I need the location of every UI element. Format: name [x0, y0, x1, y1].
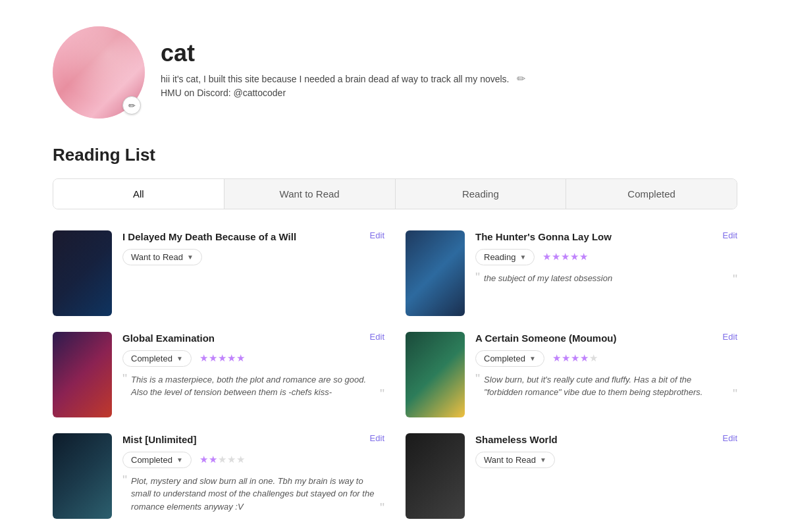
chevron-down-icon: ▼: [176, 456, 183, 464]
book-card: I Delayed My Death Because of a Will Edi…: [53, 230, 384, 316]
star-filled: ★: [209, 352, 217, 364]
book-card: Shameless World Edit Want to Read ▼: [406, 433, 737, 519]
star-filled: ★: [199, 454, 208, 466]
quote-text: Plot, mystery and slow burn all in one. …: [131, 475, 376, 514]
book-status-row: Want to Read ▼: [475, 452, 737, 468]
tabs-bar: All Want to Read Reading Completed: [53, 178, 737, 209]
books-grid: I Delayed My Death Because of a Will Edi…: [53, 230, 737, 519]
status-dropdown[interactable]: Reading ▼: [475, 249, 535, 265]
star-filled: ★: [552, 352, 561, 364]
star-rating: ★★★★★: [542, 251, 588, 263]
book-title: Global Examination: [122, 332, 365, 345]
bio-line2: HMU on Discord: @cattocoder: [161, 88, 286, 98]
book-title: Shameless World: [475, 433, 718, 446]
status-dropdown[interactable]: Want to Read ▼: [122, 249, 202, 265]
book-status-row: Completed ▼ ★★★★★: [122, 350, 384, 367]
edit-book-link[interactable]: Edit: [723, 332, 737, 342]
edit-book-link[interactable]: Edit: [370, 332, 384, 342]
book-status-row: Want to Read ▼: [122, 249, 384, 265]
quote-close-icon: ": [380, 387, 384, 400]
status-label: Reading: [484, 252, 515, 262]
quote-open-icon: ": [122, 473, 127, 487]
star-filled: ★: [570, 251, 579, 263]
book-quote: " the subject of my latest obsession ": [475, 272, 737, 285]
edit-book-link[interactable]: Edit: [370, 230, 384, 240]
star-filled: ★: [218, 352, 226, 364]
book-cover: [53, 230, 112, 316]
quote-close-icon: ": [733, 387, 737, 400]
quote-text: Slow burn, but it's really cute and fluf…: [484, 373, 729, 399]
status-label: Completed: [131, 354, 172, 363]
book-cover: [406, 332, 465, 417]
status-label: Completed: [484, 354, 525, 363]
chevron-down-icon: ▼: [187, 253, 194, 261]
edit-bio-button[interactable]: ✏: [517, 72, 525, 85]
tab-reading[interactable]: Reading: [396, 179, 567, 209]
cover-image: [406, 332, 465, 417]
star-empty: ★: [227, 454, 236, 466]
book-quote: " Plot, mystery and slow burn all in one…: [122, 475, 384, 514]
quote-open-icon: ": [122, 372, 127, 385]
star-empty: ★: [236, 454, 245, 466]
book-details: Shameless World Edit Want to Read ▼: [475, 433, 737, 468]
chevron-down-icon: ▼: [176, 355, 183, 362]
edit-book-link[interactable]: Edit: [370, 433, 384, 443]
star-filled: ★: [236, 352, 245, 364]
status-dropdown[interactable]: Completed ▼: [122, 350, 192, 367]
book-quote: " Slow burn, but it's really cute and fl…: [475, 373, 737, 399]
star-filled: ★: [552, 251, 560, 263]
book-card: The Hunter's Gonna Lay Low Edit Reading …: [406, 230, 737, 316]
tab-completed[interactable]: Completed: [566, 179, 737, 209]
star-filled: ★: [227, 352, 236, 364]
star-rating: ★★★★★: [552, 352, 598, 364]
book-header: Global Examination Edit: [122, 332, 384, 345]
quote-close-icon: ": [733, 273, 737, 286]
status-label: Want to Read: [484, 455, 536, 465]
book-header: Mist [Unlimited] Edit: [122, 433, 384, 446]
star-filled: ★: [579, 251, 588, 263]
book-card: A Certain Someone (Moumou) Edit Complete…: [406, 332, 737, 417]
edit-book-link[interactable]: Edit: [723, 230, 737, 240]
tab-want-to-read[interactable]: Want to Read: [224, 179, 396, 209]
book-cover: [53, 332, 112, 417]
book-title: The Hunter's Gonna Lay Low: [475, 230, 718, 244]
bio: hii it's cat, I built this site because …: [161, 72, 525, 100]
profile-section: ✏ cat hii it's cat, I built this site be…: [53, 16, 737, 119]
quote-text: This is a masterpiece, both the plot and…: [131, 373, 376, 399]
book-status-row: Reading ▼ ★★★★★: [475, 249, 737, 265]
star-rating: ★★★★★: [199, 352, 245, 364]
book-card: Mist [Unlimited] Edit Completed ▼ ★★★★★ …: [53, 433, 384, 519]
section-title: Reading List: [53, 145, 737, 165]
edit-book-link[interactable]: Edit: [723, 433, 737, 443]
quote-close-icon: ": [380, 501, 384, 514]
book-title: Mist [Unlimited]: [122, 433, 365, 446]
status-dropdown[interactable]: Completed ▼: [475, 350, 544, 367]
cover-image: [53, 230, 112, 316]
book-cover: [53, 433, 112, 519]
edit-avatar-button[interactable]: ✏: [122, 96, 141, 115]
book-quote: " This is a masterpiece, both the plot a…: [122, 373, 384, 399]
chevron-down-icon: ▼: [540, 456, 546, 464]
book-status-row: Completed ▼ ★★★★★: [475, 350, 737, 367]
status-dropdown[interactable]: Want to Read ▼: [475, 452, 555, 468]
status-dropdown[interactable]: Completed ▼: [122, 452, 192, 468]
tab-all[interactable]: All: [53, 179, 224, 209]
book-details: Global Examination Edit Completed ▼ ★★★★…: [122, 332, 384, 399]
chevron-down-icon: ▼: [519, 253, 526, 261]
cover-image: [406, 433, 465, 519]
star-filled: ★: [571, 352, 579, 364]
bio-line1: hii it's cat, I built this site because …: [161, 74, 510, 84]
star-filled: ★: [542, 251, 551, 263]
pencil-icon: ✏: [128, 101, 136, 111]
book-header: I Delayed My Death Because of a Will Edi…: [122, 230, 384, 244]
avatar-wrapper: ✏: [53, 26, 145, 119]
book-header: Shameless World Edit: [475, 433, 737, 446]
star-filled: ★: [561, 251, 569, 263]
book-status-row: Completed ▼ ★★★★★: [122, 452, 384, 468]
profile-info: cat hii it's cat, I built this site beca…: [161, 26, 525, 100]
book-details: Mist [Unlimited] Edit Completed ▼ ★★★★★ …: [122, 433, 384, 513]
status-label: Completed: [131, 455, 172, 465]
cover-image: [53, 332, 112, 417]
star-empty: ★: [218, 454, 226, 466]
cover-image: [53, 433, 112, 519]
